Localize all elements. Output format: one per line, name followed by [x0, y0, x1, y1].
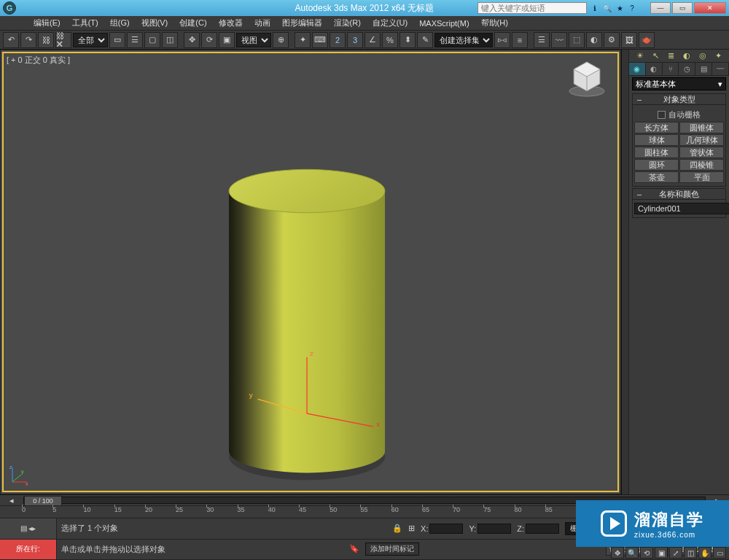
- prim-cylinder[interactable]: 圆柱体: [634, 147, 679, 158]
- menu-edit[interactable]: 编辑(E): [28, 16, 66, 30]
- infocenter-icon[interactable]: ℹ: [590, 3, 600, 13]
- panel-icon-layers[interactable]: ≣: [666, 51, 677, 61]
- menu-group[interactable]: 组(G): [104, 16, 136, 30]
- tab-hierarchy[interactable]: ⑂: [663, 63, 679, 75]
- tab-display[interactable]: ▤: [695, 63, 712, 75]
- coord-y-input[interactable]: [477, 524, 511, 534]
- rollout-object-type[interactable]: –对象类型: [632, 93, 726, 105]
- menu-tools[interactable]: 工具(T): [66, 16, 104, 30]
- app-logo-icon[interactable]: G: [3, 1, 16, 15]
- align-button[interactable]: ≡: [512, 32, 528, 48]
- pivot-button[interactable]: ⊕: [273, 32, 289, 48]
- selection-filter[interactable]: 全部: [73, 33, 108, 47]
- render-setup-button[interactable]: ⚙: [604, 32, 620, 48]
- window-crossing-button[interactable]: ◫: [162, 32, 178, 48]
- select-name-button[interactable]: ☰: [127, 32, 143, 48]
- panel-icon-light[interactable]: ◐: [682, 51, 692, 61]
- menu-animation[interactable]: 动画: [249, 16, 276, 30]
- mirror-button[interactable]: ▹◃: [494, 32, 510, 48]
- nav-min-icon[interactable]: ▭: [713, 547, 726, 559]
- prim-tube[interactable]: 管状体: [679, 147, 724, 158]
- nav-zoom-icon[interactable]: 🔍: [625, 547, 639, 559]
- prim-cone[interactable]: 圆锥体: [679, 122, 724, 133]
- panel-icon-pick[interactable]: ↖: [650, 51, 660, 61]
- coord-x-input[interactable]: [429, 524, 463, 534]
- scale-button[interactable]: ▣: [219, 32, 235, 48]
- prim-box[interactable]: 长方体: [634, 122, 679, 133]
- viewport-scrollbar[interactable]: [621, 50, 628, 494]
- render-frame-button[interactable]: 🖼: [621, 32, 637, 48]
- time-tag-icon[interactable]: 🔖: [349, 544, 359, 554]
- menu-rendering[interactable]: 渲染(R): [328, 16, 367, 30]
- tab-modify[interactable]: ◐: [646, 63, 663, 75]
- prim-plane[interactable]: 平面: [679, 171, 724, 183]
- menu-modifiers[interactable]: 修改器: [213, 16, 249, 30]
- rollout-name-color[interactable]: –名称和颜色: [632, 188, 726, 200]
- select-region-button[interactable]: ▢: [144, 32, 160, 48]
- autogrid-checkbox[interactable]: [658, 111, 666, 119]
- schematic-button[interactable]: ⬚: [569, 32, 585, 48]
- menu-maxscript[interactable]: MAXScript(M): [413, 18, 475, 29]
- ref-coord-dropdown[interactable]: 视图: [236, 33, 271, 47]
- prim-teapot[interactable]: 茶壶: [634, 171, 679, 183]
- select-manipulate-button[interactable]: ✦: [295, 32, 311, 48]
- prim-sphere[interactable]: 球体: [634, 134, 679, 146]
- curve-editor-button[interactable]: 〰: [551, 32, 567, 48]
- snap-2d-button[interactable]: 2: [330, 32, 346, 48]
- link-button[interactable]: ⛓: [38, 32, 54, 48]
- tab-utilities[interactable]: 〰: [712, 63, 729, 75]
- snap-3d-button[interactable]: 3: [347, 32, 363, 48]
- prim-torus[interactable]: 圆环: [634, 159, 679, 171]
- location-label[interactable]: 所在行:: [0, 540, 56, 561]
- category-dropdown[interactable]: 标准基本体▾: [632, 77, 726, 90]
- viewport-canvas[interactable]: x y z: [2, 52, 619, 492]
- lock-selection-icon[interactable]: 🔒: [392, 524, 402, 534]
- nav-maximize-icon[interactable]: ▣: [655, 547, 668, 559]
- tab-motion[interactable]: ◷: [679, 63, 695, 75]
- select-object-button[interactable]: ▭: [109, 32, 125, 48]
- undo-button[interactable]: ↶: [3, 32, 19, 48]
- spinner-snap-button[interactable]: ⬍: [399, 32, 416, 48]
- nav-zoom-extents-icon[interactable]: ⤢: [669, 547, 682, 559]
- edit-named-sel-button[interactable]: ✎: [417, 32, 433, 48]
- menu-grapheditors[interactable]: 图形编辑器: [276, 16, 328, 30]
- layers-button[interactable]: ☰: [534, 32, 550, 48]
- prim-geosphere[interactable]: 几何球体: [679, 134, 724, 146]
- maximize-button[interactable]: ▭: [672, 2, 693, 14]
- viewcube-icon[interactable]: [566, 58, 607, 98]
- panel-icon-render[interactable]: ◎: [698, 51, 708, 61]
- time-slider-thumb[interactable]: 0 / 100: [24, 496, 62, 506]
- tab-create[interactable]: ◉: [629, 63, 646, 75]
- keyboard-shortcut-button[interactable]: ⌨: [312, 32, 328, 48]
- percent-snap-button[interactable]: %: [382, 32, 398, 48]
- nav-pan-icon[interactable]: ✥: [611, 547, 624, 559]
- close-button[interactable]: ✕: [694, 2, 726, 14]
- coord-z-input[interactable]: [526, 524, 559, 534]
- add-time-marker[interactable]: 添加时间标记: [365, 542, 419, 556]
- object-name-input[interactable]: [634, 203, 729, 214]
- unlink-button[interactable]: ⛓✕: [55, 32, 71, 48]
- viewport-label[interactable]: [ + 0 正交 0 真实 ]: [7, 55, 70, 66]
- move-button[interactable]: ✥: [184, 32, 200, 48]
- help-icon[interactable]: ?: [627, 3, 637, 13]
- panel-icon-sun[interactable]: ☀: [635, 51, 645, 61]
- redo-button[interactable]: ↷: [20, 32, 36, 48]
- help-search-input[interactable]: [477, 2, 587, 14]
- nav-orbit-icon[interactable]: ⟲: [640, 547, 653, 559]
- rotate-button[interactable]: ⟳: [201, 32, 217, 48]
- favorite-icon[interactable]: ★: [615, 3, 625, 13]
- nav-fov-icon[interactable]: ◫: [684, 547, 697, 559]
- search-icon[interactable]: 🔍: [602, 3, 612, 13]
- key-left-icon[interactable]: ◂: [4, 496, 19, 505]
- absolute-mode-icon[interactable]: ⊞: [408, 524, 415, 533]
- menu-help[interactable]: 帮助(H): [475, 16, 514, 30]
- minilistener-icon[interactable]: ▤ ◂▸: [0, 518, 56, 540]
- menu-views[interactable]: 视图(V): [136, 16, 174, 30]
- minimize-button[interactable]: —: [650, 2, 671, 14]
- viewport[interactable]: x y z [ + 0 正交 0 真实 ] x z y: [0, 50, 621, 494]
- nav-pan2-icon[interactable]: ✋: [698, 547, 712, 559]
- render-button[interactable]: 🫖: [639, 32, 655, 48]
- menu-customize[interactable]: 自定义(U): [367, 16, 413, 30]
- material-editor-button[interactable]: ◐: [586, 32, 602, 48]
- named-selections-dropdown[interactable]: 创建选择集: [434, 33, 493, 47]
